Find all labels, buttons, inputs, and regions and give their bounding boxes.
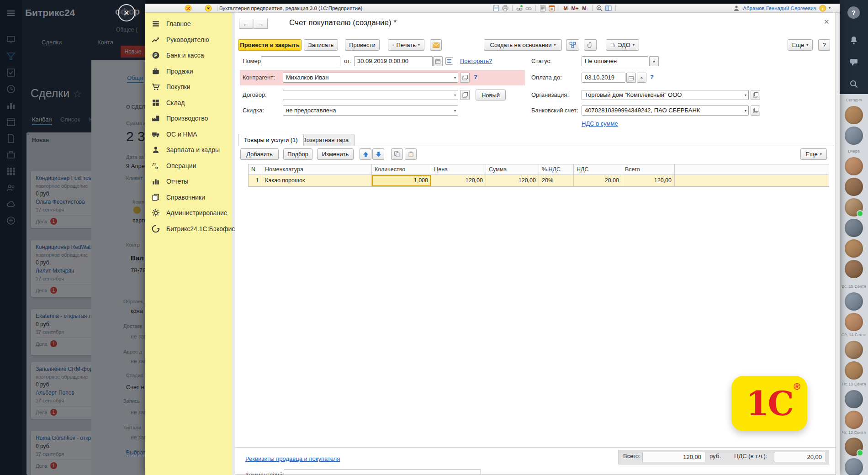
paste-row-button[interactable] [405, 148, 417, 160]
avatar[interactable] [845, 219, 863, 237]
repeat-link[interactable]: Повторять? [460, 58, 492, 64]
chevron-down-icon[interactable]: ▾ [454, 74, 456, 83]
search-icon[interactable] [849, 79, 858, 89]
table-row[interactable]: 1 Какао порошок 1,000 120,00 120,00 20% … [249, 175, 829, 186]
menu-item-os-i-nma[interactable]: ОС и НМА [145, 127, 232, 142]
main-menu-icon[interactable] [205, 5, 212, 11]
selected-cell[interactable]: 1,000 [372, 175, 431, 186]
edo-button[interactable]: ЭДО▾ [606, 39, 639, 51]
more-button[interactable]: Еще▾ [788, 39, 813, 51]
avatar[interactable] [845, 390, 863, 408]
calculator-icon[interactable] [539, 5, 546, 11]
avatar[interactable] [845, 239, 863, 258]
add-row-button[interactable]: Добавить [240, 148, 279, 160]
number-input[interactable] [261, 56, 340, 66]
avatar[interactable] [845, 438, 863, 456]
memory-mplus-button[interactable]: M+ [572, 5, 579, 11]
chevron-down-icon[interactable]: ▾ [454, 91, 456, 100]
save-icon[interactable] [492, 5, 500, 11]
menu-item-bank-i-kassa[interactable]: PБанк и касса [145, 48, 232, 63]
chevron-down-icon[interactable]: ▾ [745, 106, 746, 116]
menu-item-rukovoditelyu[interactable]: Руководителю [145, 32, 232, 48]
menu-item-operacii[interactable]: ДтКтОперации [145, 158, 232, 174]
add-link-icon[interactable] [516, 5, 523, 11]
contragent-help[interactable]: ? [474, 74, 477, 80]
menu-item-proizvodstvo[interactable]: Производство [145, 111, 232, 127]
menu-item-glavnoe[interactable]: Главное [145, 16, 232, 32]
help-button[interactable]: ? [818, 39, 830, 51]
structure-button[interactable] [566, 39, 579, 51]
menu-item-pokupki[interactable]: Покупки [145, 79, 232, 95]
zoom-icon[interactable] [596, 5, 603, 11]
tab-goods-services[interactable]: Товары и услуги (1) [238, 134, 304, 146]
edit-button[interactable]: Изменить [317, 148, 354, 160]
avatar[interactable] [845, 127, 863, 145]
memory-m-button[interactable]: M [563, 5, 567, 11]
post-button[interactable]: Провести [345, 39, 380, 51]
avatar[interactable] [845, 198, 863, 216]
date-calendar-button[interactable] [433, 56, 443, 66]
menu-item-otchety[interactable]: Отчеты [145, 174, 232, 190]
post-and-close-button[interactable]: Провести и закрыть [238, 39, 302, 51]
avatar[interactable] [845, 458, 863, 475]
history-list-button[interactable] [445, 57, 453, 65]
menu-item-sklad[interactable]: Склад [145, 95, 232, 111]
avatar[interactable] [845, 178, 863, 196]
bank-account-input[interactable]: 40702810399994349242, ПАО СБЕРБАНК▾ [582, 106, 749, 116]
current-user[interactable]: Абрамов Геннадий Сергеевич [743, 5, 816, 11]
status-dropdown-button[interactable]: ▾ [649, 56, 659, 66]
pay-until-input[interactable]: 03.10.2019 [582, 73, 625, 83]
pick-button[interactable]: Подбор [283, 148, 312, 160]
menu-item-zarplata-i-kadry[interactable]: Зарплата и кадры [145, 142, 232, 158]
chevron-down-icon[interactable]: ▾ [829, 6, 831, 10]
copy-row-button[interactable] [391, 148, 403, 160]
bell-icon[interactable] [849, 36, 858, 45]
create-based-on-button[interactable]: Создать на основании▾ [484, 39, 562, 51]
attachments-button[interactable] [584, 39, 597, 51]
discount-select[interactable]: не предоставлена▾ [283, 106, 458, 116]
new-contract-button[interactable]: Новый [476, 90, 506, 100]
print-icon[interactable] [502, 5, 509, 11]
overlay-close-button[interactable]: ✕ [118, 4, 135, 21]
contract-open-button[interactable] [460, 90, 470, 100]
avatar[interactable] [845, 292, 863, 311]
organization-input[interactable]: Торговый дом "Комплексный" ООО▾ [582, 90, 749, 100]
avatar[interactable] [845, 361, 863, 380]
bank-account-open-button[interactable] [751, 106, 760, 116]
memory-mminus-button[interactable]: M- [582, 5, 588, 11]
send-email-button[interactable] [430, 39, 442, 51]
pay-until-calendar-button[interactable] [626, 73, 636, 83]
avatar[interactable] [845, 341, 863, 359]
help-icon[interactable]: ? [847, 6, 860, 19]
chevron-down-icon[interactable]: ▾ [745, 91, 746, 100]
vat-in-sum-link[interactable]: НДС в сумме [582, 120, 618, 127]
pay-until-clear-button[interactable]: × [637, 73, 646, 83]
nav-back-button[interactable]: ← [239, 19, 253, 29]
chat-icon[interactable] [849, 58, 858, 67]
contragent-open-button[interactable] [460, 73, 470, 83]
menu-item-prodazhi[interactable]: Продажи [145, 63, 232, 79]
contract-input[interactable]: ▾ [283, 90, 458, 100]
menu-item-spravochniki[interactable]: Справочники [145, 190, 232, 206]
pay-until-help[interactable]: ? [650, 74, 654, 80]
avatar[interactable] [845, 411, 863, 429]
chevron-down-icon[interactable]: ▾ [454, 106, 456, 116]
move-down-button[interactable] [372, 148, 384, 160]
tab-returnable-packaging[interactable]: Возвратная тара [296, 134, 355, 146]
requisites-link[interactable]: Реквизиты продавца и покупателя [245, 455, 340, 462]
avatar[interactable] [845, 157, 863, 175]
info-icon[interactable]: i [819, 5, 826, 11]
contragent-input[interactable]: Михалков Иван▾ [283, 73, 458, 83]
menu-item-bitrix24-backoffice[interactable]: Битрикс24.1С:Бэкофис [145, 221, 232, 237]
print-button[interactable]: Печать▾ [388, 39, 424, 51]
move-up-button[interactable] [360, 148, 371, 160]
split-columns-icon[interactable] [605, 5, 612, 11]
calendar-31-icon[interactable]: 31 [548, 5, 556, 11]
doc-date-input[interactable]: 30.09.2019 0:00:00 [354, 56, 433, 66]
form-close-button[interactable]: ✕ [824, 18, 830, 26]
status-select[interactable]: Не оплачен [582, 56, 648, 66]
link-icon[interactable] [525, 5, 532, 11]
save-button[interactable]: Записать [304, 39, 338, 51]
avatar[interactable] [845, 106, 863, 124]
organization-open-button[interactable] [751, 90, 760, 100]
